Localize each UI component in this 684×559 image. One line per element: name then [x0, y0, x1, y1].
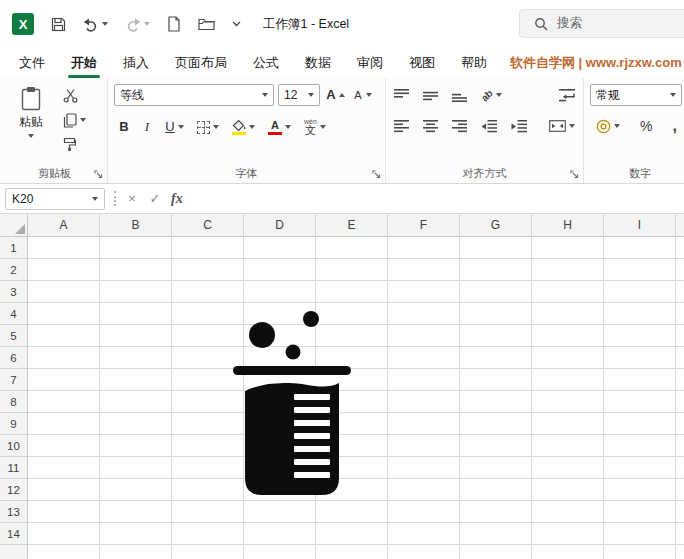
- shrink-font-button[interactable]: A: [351, 87, 374, 103]
- row-header-12[interactable]: 12: [0, 479, 27, 501]
- copy-button[interactable]: [61, 112, 88, 129]
- phonetic-guide-button[interactable]: wén 文: [302, 117, 328, 137]
- open-folder-icon: [198, 17, 215, 31]
- title-bar: X: [0, 0, 684, 48]
- column-header-H[interactable]: H: [532, 214, 604, 236]
- font-color-button[interactable]: A: [266, 119, 293, 136]
- row-header-2[interactable]: 2: [0, 259, 27, 281]
- italic-button[interactable]: I: [140, 119, 154, 135]
- paste-label: 粘贴: [19, 114, 43, 131]
- row-header-14[interactable]: 14: [0, 523, 27, 545]
- underline-button[interactable]: U: [163, 119, 186, 135]
- row-header-7[interactable]: 7: [0, 369, 27, 391]
- redo-button[interactable]: [125, 17, 150, 32]
- name-box[interactable]: K20: [5, 188, 105, 210]
- borders-button[interactable]: [195, 120, 221, 135]
- cancel-button[interactable]: ×: [125, 191, 139, 206]
- wrap-text-button[interactable]: [557, 88, 577, 103]
- redo-dropdown-caret: [144, 22, 150, 26]
- tab-help[interactable]: 帮助: [448, 48, 500, 78]
- qat-customize-button[interactable]: [232, 21, 241, 27]
- paste-dropdown-caret: [28, 134, 34, 138]
- clipboard-group-label: 剪贴板: [2, 166, 107, 181]
- dialog-launcher-icon: [94, 170, 103, 179]
- grow-font-button[interactable]: A: [324, 87, 347, 103]
- open-file-button[interactable]: [198, 17, 215, 31]
- column-header-C[interactable]: C: [172, 214, 244, 236]
- align-middle-button[interactable]: [421, 88, 440, 103]
- tab-file[interactable]: 文件: [6, 48, 58, 78]
- align-middle-icon: [423, 89, 438, 102]
- comma-style-button[interactable]: ,: [670, 116, 678, 136]
- align-center-button[interactable]: [421, 119, 440, 134]
- row-header-8[interactable]: 8: [0, 391, 27, 413]
- row-header-13[interactable]: 13: [0, 501, 27, 523]
- merge-center-button[interactable]: [547, 119, 577, 133]
- column-header-G[interactable]: G: [460, 214, 532, 236]
- row-header-9[interactable]: 9: [0, 413, 27, 435]
- increase-indent-button[interactable]: [509, 119, 529, 134]
- shrink-font-caret-icon: [366, 93, 372, 97]
- number-group-label: 数字: [584, 166, 684, 181]
- row-header-4[interactable]: 4: [0, 303, 27, 325]
- bold-button[interactable]: B: [117, 119, 131, 135]
- undo-button[interactable]: [83, 17, 108, 32]
- row-header-10[interactable]: 10: [0, 435, 27, 457]
- percent-style-button[interactable]: %: [638, 117, 654, 135]
- paste-button[interactable]: 粘贴: [8, 86, 54, 153]
- column-header-F[interactable]: F: [388, 214, 460, 236]
- font-name-combo[interactable]: 等线: [114, 84, 274, 106]
- tab-page-layout[interactable]: 页面布局: [162, 48, 240, 78]
- save-button[interactable]: [51, 17, 66, 32]
- font-size-combo[interactable]: 12: [278, 84, 320, 106]
- row-header-3[interactable]: 3: [0, 281, 27, 303]
- align-bottom-button[interactable]: [450, 88, 469, 103]
- tab-insert[interactable]: 插入: [110, 48, 162, 78]
- enter-button[interactable]: ✓: [148, 191, 162, 206]
- beaker-image[interactable]: [232, 304, 352, 502]
- clipboard-dialog-launcher[interactable]: [93, 169, 104, 180]
- number-format-caret: [670, 93, 676, 97]
- accounting-format-button[interactable]: [594, 118, 622, 135]
- fill-color-button[interactable]: [230, 119, 257, 136]
- formula-input[interactable]: [192, 184, 684, 213]
- row-header-1[interactable]: 1: [0, 237, 27, 259]
- format-painter-button[interactable]: [61, 136, 88, 153]
- font-dialog-launcher[interactable]: [371, 169, 382, 180]
- align-right-button[interactable]: [450, 119, 469, 134]
- select-all-corner[interactable]: [0, 214, 28, 237]
- cut-button[interactable]: [61, 87, 88, 104]
- column-header-I[interactable]: I: [604, 214, 676, 236]
- insert-function-button[interactable]: fx: [171, 191, 183, 207]
- copy-dropdown-caret: [80, 118, 86, 122]
- column-header-E[interactable]: E: [316, 214, 388, 236]
- spreadsheet-grid[interactable]: [28, 237, 684, 559]
- name-box-caret: [92, 197, 98, 201]
- orientation-button[interactable]: ab: [479, 89, 504, 102]
- row-header-5[interactable]: 5: [0, 325, 27, 347]
- decrease-indent-button[interactable]: [479, 119, 499, 134]
- tab-home[interactable]: 开始: [58, 48, 110, 78]
- new-file-button[interactable]: [167, 16, 181, 32]
- number-format-combo[interactable]: 常规: [590, 84, 682, 106]
- tab-review[interactable]: 审阅: [344, 48, 396, 78]
- search-box[interactable]: 搜索: [519, 9, 684, 38]
- wrap-text-icon: [559, 89, 575, 102]
- name-box-separator-handle[interactable]: [114, 191, 116, 206]
- tab-data[interactable]: 数据: [292, 48, 344, 78]
- undo-dropdown-caret: [102, 22, 108, 26]
- tab-formulas[interactable]: 公式: [240, 48, 292, 78]
- alignment-dialog-launcher[interactable]: [569, 169, 580, 180]
- row-header-11[interactable]: 11: [0, 457, 27, 479]
- column-header-B[interactable]: B: [100, 214, 172, 236]
- watermark-text: 软件自学网 | www.rjzxw.com: [510, 48, 682, 78]
- tab-view[interactable]: 视图: [396, 48, 448, 78]
- align-top-button[interactable]: [392, 88, 411, 103]
- column-header-A[interactable]: A: [28, 214, 100, 236]
- row-header-6[interactable]: 6: [0, 347, 27, 369]
- decrease-indent-icon: [481, 120, 497, 133]
- column-header-D[interactable]: D: [244, 214, 316, 236]
- select-all-triangle-icon: [15, 224, 25, 234]
- align-left-button[interactable]: [392, 119, 411, 134]
- increase-indent-icon: [511, 120, 527, 133]
